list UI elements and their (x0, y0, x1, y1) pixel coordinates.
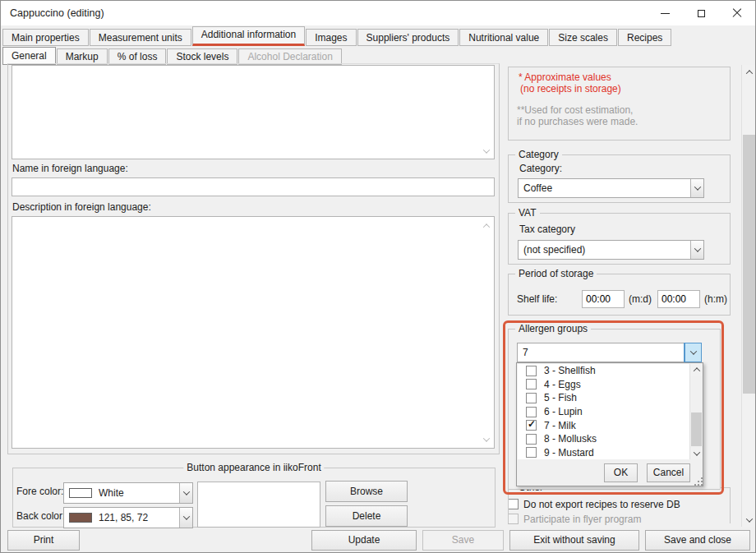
minimize-button[interactable] (647, 1, 683, 25)
back-color-swatch (69, 513, 92, 523)
list-item[interactable]: 5 - Fish (518, 391, 689, 405)
category-combobox[interactable]: Coffee (518, 178, 704, 198)
fore-color-dropdown-button[interactable] (179, 483, 192, 503)
list-item[interactable]: 4 - Eggs (518, 378, 689, 392)
name-foreign-label: Name in foreign language: (12, 163, 128, 174)
allergen-option-label: 9 - Mustard (544, 447, 594, 459)
subtab-percent-of-loss[interactable]: % of loss (108, 48, 167, 65)
tax-category-dropdown-button[interactable] (690, 241, 703, 259)
update-button[interactable]: Update (311, 530, 417, 551)
description-foreign-textarea[interactable] (12, 216, 495, 449)
period-of-storage-group: Period of storage Shelf life: (m:d) (h:m… (508, 274, 731, 316)
tab-suppliers-products[interactable]: Suppliers' products (357, 29, 459, 46)
approximate-values-note: * Approximate values (519, 71, 611, 83)
tab-main-properties[interactable]: Main properties (2, 29, 89, 46)
tab-images[interactable]: Images (306, 29, 356, 46)
checkbox[interactable] (526, 366, 537, 376)
category-value: Coffee (523, 179, 687, 197)
button-appearance-title: Button appearance in iikoFront (183, 462, 324, 473)
checkbox[interactable]: ✓ (526, 420, 537, 431)
scroll-down-button[interactable] (742, 513, 756, 527)
maximize-button[interactable] (683, 1, 719, 25)
checkbox[interactable] (526, 447, 537, 458)
allergen-option-label: 6 - Lupin (544, 406, 583, 417)
allergen-list: 3 - Shellfish 4 - Eggs 5 - Fish 6 - Lupi… (518, 364, 689, 459)
chevron-up-icon (745, 70, 752, 76)
tab-size-scales[interactable]: Size scales (549, 29, 617, 46)
allergen-option-label: 3 - Shellfish (544, 365, 596, 376)
period-of-storage-title: Period of storage (515, 268, 597, 279)
list-item[interactable]: 9 - Mustard (518, 446, 689, 459)
close-icon (732, 8, 742, 18)
delete-button[interactable]: Delete (325, 505, 408, 527)
exit-without-saving-button[interactable]: Exit without saving (509, 530, 639, 551)
save-and-close-button[interactable]: Save and close (645, 530, 750, 551)
tax-category-value: (not specified) (523, 241, 687, 259)
scroll-down-button[interactable] (690, 448, 703, 459)
scrollbar-thumb[interactable] (691, 412, 702, 446)
vat-group-title: VAT (515, 207, 540, 219)
tax-category-combobox[interactable]: (not specified) (518, 240, 704, 260)
shelf-life-label: Shelf life: (517, 293, 557, 305)
description-foreign-label: Description in foreign language: (12, 201, 151, 213)
checkbox[interactable] (526, 407, 537, 417)
category-dropdown-button[interactable] (690, 179, 703, 197)
checkbox[interactable] (526, 434, 537, 445)
titlebar: Cappuccino (editing) (1, 1, 755, 25)
category-group-title: Category (515, 149, 562, 160)
subtab-markup[interactable]: Markup (57, 48, 108, 65)
checkbox[interactable] (526, 379, 537, 389)
browse-button[interactable]: Browse (325, 481, 408, 502)
list-item[interactable]: 8 - Mollusks (518, 432, 689, 446)
shelf-life-months-input[interactable] (582, 290, 625, 308)
fore-color-value: White (99, 483, 176, 503)
fore-color-swatch (69, 488, 92, 498)
allergen-list-scrollbar[interactable] (689, 364, 703, 459)
print-button[interactable]: Print (7, 530, 80, 551)
chevron-down-icon (694, 245, 700, 251)
subtab-stock-levels[interactable]: Stock levels (167, 48, 237, 65)
fore-color-combobox[interactable]: White (63, 482, 193, 504)
ok-button[interactable]: OK (604, 463, 638, 482)
allergen-combobox[interactable]: 7 (517, 343, 702, 362)
list-item[interactable]: 6 - Lupin (518, 405, 689, 419)
allergen-combobox-value: 7 (523, 343, 685, 362)
subtab-general[interactable]: General (2, 47, 56, 65)
tax-category-label: Tax category (519, 224, 575, 235)
name-foreign-input[interactable] (12, 177, 495, 196)
close-button[interactable] (719, 1, 755, 25)
top-textarea[interactable] (12, 65, 495, 159)
minimize-icon (661, 13, 670, 14)
resize-grip-icon[interactable] (698, 481, 699, 482)
main-scrollbar[interactable] (741, 65, 756, 527)
allergen-dropdown-button[interactable] (685, 343, 701, 362)
no-purchases-note: if no purchases were made. (517, 116, 638, 127)
scroll-up-button[interactable] (742, 65, 756, 79)
maximize-icon (698, 10, 705, 17)
tab-recipes[interactable]: Recipes (618, 29, 671, 46)
category-group: Category Category: Coffee (508, 154, 731, 203)
checkbox[interactable] (526, 393, 537, 403)
chevron-down-icon (182, 513, 189, 519)
tab-additional-information[interactable]: Additional information (192, 26, 305, 46)
tab-nutritional-value[interactable]: Nutritional value (459, 29, 548, 46)
list-item[interactable]: ✓ 7 - Milk (518, 418, 689, 432)
allergen-option-label: 8 - Mollusks (544, 433, 597, 445)
chevron-down-icon (694, 183, 700, 190)
sub-tab-bar: General Markup % of loss Stock levels Al… (2, 46, 342, 65)
category-label: Category: (519, 163, 562, 174)
back-color-dropdown-button[interactable] (179, 508, 192, 528)
list-item[interactable]: 3 - Shellfish (518, 364, 689, 378)
scroll-up-button[interactable] (690, 364, 703, 376)
no-receipts-note: (no receipts in storage) (520, 83, 621, 94)
shelf-life-hours-input[interactable] (657, 290, 700, 308)
allergen-option-label: 4 - Eggs (544, 379, 581, 390)
button-appearance-group: Button appearance in iikoFront Fore colo… (12, 468, 496, 528)
back-color-combobox[interactable]: 121, 85, 72 (63, 507, 193, 528)
tab-measurement-units[interactable]: Measurement units (90, 29, 191, 46)
chevron-down-icon (693, 449, 699, 455)
chevron-down-icon (689, 348, 696, 354)
allergen-option-label: 5 - Fish (544, 392, 577, 403)
cancel-button[interactable]: Cancel (647, 463, 690, 482)
scrollbar-thumb[interactable] (743, 135, 755, 394)
